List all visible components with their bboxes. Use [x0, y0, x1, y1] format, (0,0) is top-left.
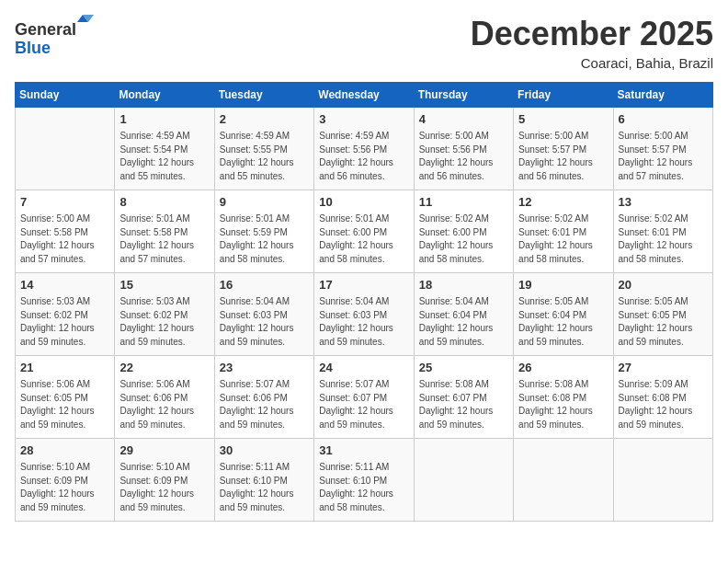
calendar-cell: 16Sunrise: 5:04 AM Sunset: 6:03 PM Dayli…	[214, 273, 313, 356]
calendar-cell: 17Sunrise: 5:04 AM Sunset: 6:03 PM Dayli…	[314, 273, 414, 356]
day-number: 19	[518, 277, 608, 293]
day-info: Sunrise: 5:11 AM Sunset: 6:10 PM Dayligh…	[319, 461, 408, 514]
calendar-cell: 20Sunrise: 5:05 AM Sunset: 6:05 PM Dayli…	[613, 273, 712, 356]
calendar-cell: 1Sunrise: 4:59 AM Sunset: 5:54 PM Daylig…	[115, 108, 214, 190]
calendar-header-row: SundayMondayTuesdayWednesdayThursdayFrid…	[16, 83, 713, 108]
day-info: Sunrise: 5:08 AM Sunset: 6:07 PM Dayligh…	[419, 378, 508, 431]
col-header-thursday: Thursday	[414, 83, 513, 108]
day-number: 22	[119, 360, 209, 376]
col-header-saturday: Saturday	[613, 83, 712, 108]
day-number: 30	[220, 442, 309, 459]
calendar-cell: 7Sunrise: 5:00 AM Sunset: 5:58 PM Daylig…	[16, 190, 115, 273]
calendar-cell: 28Sunrise: 5:10 AM Sunset: 6:09 PM Dayli…	[16, 439, 115, 522]
day-number: 20	[619, 277, 708, 293]
day-number: 27	[619, 360, 708, 376]
day-info: Sunrise: 5:03 AM Sunset: 6:02 PM Dayligh…	[20, 295, 109, 349]
calendar-week-1: 1Sunrise: 4:59 AM Sunset: 5:54 PM Daylig…	[16, 108, 713, 190]
day-number: 14	[20, 277, 109, 293]
title-block: December 2025 Coaraci, Bahia, Brazil	[471, 15, 713, 71]
day-info: Sunrise: 5:00 AM Sunset: 5:57 PM Dayligh…	[518, 130, 608, 183]
calendar-week-2: 7Sunrise: 5:00 AM Sunset: 5:58 PM Daylig…	[16, 190, 713, 273]
calendar-cell: 2Sunrise: 4:59 AM Sunset: 5:55 PM Daylig…	[214, 108, 313, 190]
day-info: Sunrise: 5:09 AM Sunset: 6:08 PM Dayligh…	[619, 378, 708, 431]
calendar-cell: 27Sunrise: 5:09 AM Sunset: 6:08 PM Dayli…	[613, 356, 712, 439]
calendar-cell: 29Sunrise: 5:10 AM Sunset: 6:09 PM Dayli…	[115, 439, 214, 522]
day-info: Sunrise: 5:06 AM Sunset: 6:06 PM Dayligh…	[119, 378, 209, 431]
calendar-cell	[16, 108, 115, 190]
day-info: Sunrise: 5:04 AM Sunset: 6:04 PM Dayligh…	[419, 295, 508, 349]
day-info: Sunrise: 5:02 AM Sunset: 6:00 PM Dayligh…	[419, 213, 508, 266]
calendar-cell	[613, 439, 712, 522]
day-info: Sunrise: 5:01 AM Sunset: 5:58 PM Dayligh…	[119, 213, 209, 266]
day-info: Sunrise: 5:04 AM Sunset: 6:03 PM Dayligh…	[220, 295, 309, 349]
day-number: 12	[518, 194, 608, 211]
calendar-cell: 13Sunrise: 5:02 AM Sunset: 6:01 PM Dayli…	[613, 190, 712, 273]
day-info: Sunrise: 5:01 AM Sunset: 5:59 PM Dayligh…	[220, 213, 309, 266]
day-number: 13	[619, 194, 708, 211]
day-number: 1	[119, 111, 209, 128]
day-info: Sunrise: 5:05 AM Sunset: 6:04 PM Dayligh…	[518, 295, 608, 349]
calendar-cell	[414, 439, 513, 522]
day-number: 29	[119, 442, 209, 459]
calendar-cell: 18Sunrise: 5:04 AM Sunset: 6:04 PM Dayli…	[414, 273, 513, 356]
day-number: 11	[419, 194, 508, 211]
day-number: 6	[619, 111, 708, 128]
calendar-cell: 15Sunrise: 5:03 AM Sunset: 6:02 PM Dayli…	[115, 273, 214, 356]
day-number: 2	[220, 111, 309, 128]
day-info: Sunrise: 5:02 AM Sunset: 6:01 PM Dayligh…	[619, 213, 708, 266]
calendar-cell: 10Sunrise: 5:01 AM Sunset: 6:00 PM Dayli…	[314, 190, 414, 273]
calendar-cell: 19Sunrise: 5:05 AM Sunset: 6:04 PM Dayli…	[514, 273, 613, 356]
svg-text:General: General	[15, 20, 76, 39]
day-number: 18	[419, 277, 508, 293]
calendar-cell: 14Sunrise: 5:03 AM Sunset: 6:02 PM Dayli…	[16, 273, 115, 356]
day-number: 5	[518, 111, 608, 128]
calendar-cell: 8Sunrise: 5:01 AM Sunset: 5:58 PM Daylig…	[115, 190, 214, 273]
calendar-cell: 26Sunrise: 5:08 AM Sunset: 6:08 PM Dayli…	[514, 356, 613, 439]
calendar-cell: 31Sunrise: 5:11 AM Sunset: 6:10 PM Dayli…	[314, 439, 414, 522]
day-info: Sunrise: 5:00 AM Sunset: 5:58 PM Dayligh…	[20, 213, 109, 266]
day-info: Sunrise: 5:03 AM Sunset: 6:02 PM Dayligh…	[119, 295, 209, 349]
calendar-cell: 30Sunrise: 5:11 AM Sunset: 6:10 PM Dayli…	[214, 439, 313, 522]
day-number: 23	[220, 360, 309, 376]
day-info: Sunrise: 5:10 AM Sunset: 6:09 PM Dayligh…	[119, 461, 209, 514]
calendar-cell: 3Sunrise: 4:59 AM Sunset: 5:56 PM Daylig…	[314, 108, 414, 190]
calendar-cell: 25Sunrise: 5:08 AM Sunset: 6:07 PM Dayli…	[414, 356, 513, 439]
col-header-monday: Monday	[115, 83, 214, 108]
col-header-tuesday: Tuesday	[214, 83, 313, 108]
day-info: Sunrise: 5:01 AM Sunset: 6:00 PM Dayligh…	[319, 213, 408, 266]
day-number: 9	[220, 194, 309, 211]
calendar-table: SundayMondayTuesdayWednesdayThursdayFrid…	[15, 82, 713, 522]
day-number: 26	[518, 360, 608, 376]
day-info: Sunrise: 4:59 AM Sunset: 5:55 PM Dayligh…	[220, 130, 309, 183]
day-number: 21	[20, 360, 109, 376]
day-number: 16	[220, 277, 309, 293]
day-number: 31	[319, 442, 408, 459]
calendar-week-3: 14Sunrise: 5:03 AM Sunset: 6:02 PM Dayli…	[16, 273, 713, 356]
day-number: 25	[419, 360, 508, 376]
day-info: Sunrise: 5:11 AM Sunset: 6:10 PM Dayligh…	[220, 461, 309, 514]
calendar-cell	[514, 439, 613, 522]
calendar-cell: 23Sunrise: 5:07 AM Sunset: 6:06 PM Dayli…	[214, 356, 313, 439]
logo: General Blue	[15, 15, 97, 64]
calendar-cell: 5Sunrise: 5:00 AM Sunset: 5:57 PM Daylig…	[514, 108, 613, 190]
day-info: Sunrise: 5:07 AM Sunset: 6:07 PM Dayligh…	[319, 378, 408, 431]
day-number: 8	[119, 194, 209, 211]
day-info: Sunrise: 5:00 AM Sunset: 5:56 PM Dayligh…	[419, 130, 508, 183]
day-info: Sunrise: 4:59 AM Sunset: 5:56 PM Dayligh…	[319, 130, 408, 183]
day-info: Sunrise: 5:07 AM Sunset: 6:06 PM Dayligh…	[220, 378, 309, 431]
month-title: December 2025	[471, 15, 713, 53]
calendar-week-5: 28Sunrise: 5:10 AM Sunset: 6:09 PM Dayli…	[16, 439, 713, 522]
day-info: Sunrise: 5:02 AM Sunset: 6:01 PM Dayligh…	[518, 213, 608, 266]
day-number: 24	[319, 360, 408, 376]
col-header-wednesday: Wednesday	[314, 83, 414, 108]
calendar-cell: 11Sunrise: 5:02 AM Sunset: 6:00 PM Dayli…	[414, 190, 513, 273]
day-info: Sunrise: 5:06 AM Sunset: 6:05 PM Dayligh…	[20, 378, 109, 431]
day-number: 3	[319, 111, 408, 128]
day-number: 17	[319, 277, 408, 293]
calendar-cell: 9Sunrise: 5:01 AM Sunset: 5:59 PM Daylig…	[214, 190, 313, 273]
day-number: 15	[119, 277, 209, 293]
col-header-friday: Friday	[514, 83, 613, 108]
page-header: General Blue December 2025 Coaraci, Bahi…	[15, 15, 713, 71]
day-info: Sunrise: 5:10 AM Sunset: 6:09 PM Dayligh…	[20, 461, 109, 514]
calendar-week-4: 21Sunrise: 5:06 AM Sunset: 6:05 PM Dayli…	[16, 356, 713, 439]
